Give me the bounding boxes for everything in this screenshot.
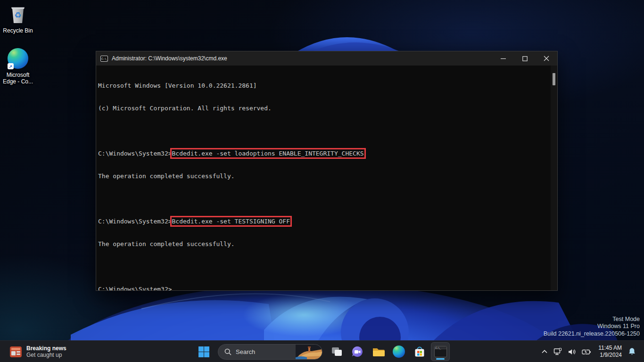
battery-charging-icon [582,349,591,355]
edge-icon [393,346,405,358]
prompt: C:\Windows\System32> [98,286,172,290]
highlighted-command-1: Bcdedit.exe -set loadoptions ENABLE_INTE… [172,150,364,157]
active-app-indicator [436,358,445,360]
task-view-icon [331,346,343,358]
close-button[interactable] [536,51,557,66]
maximize-icon [522,56,528,61]
maximize-button[interactable] [514,51,536,66]
terminal-line-prompt-current: C:\Windows\System32> [98,286,549,290]
network-icon [553,348,562,355]
notifications-button[interactable] [626,342,638,361]
svg-text:♻: ♻ [14,10,21,20]
chevron-up-icon [541,349,548,354]
terminal-line-copyright: (c) Microsoft Corporation. All rights re… [98,105,549,112]
search-daily-image[interactable] [296,345,322,359]
prompt: C:\Windows\System32> [98,150,172,157]
minimize-icon [501,56,506,61]
microsoft-store-button[interactable] [410,342,429,361]
terminal-output[interactable]: Microsoft Windows [Version 10.0.22621.28… [96,66,557,290]
scrollbar-thumb[interactable] [553,73,555,85]
desktop-icon-label: Microsoft Edge - Co... [0,72,36,85]
cmd-app-icon: C:\_ [100,56,108,62]
taskbar: Breaking news Get caught up Search [0,340,644,362]
prompt: C:\Windows\System32> [98,218,172,225]
widget-headline: Breaking news [26,345,66,352]
edge-icon: ↗ [7,48,29,70]
chat-video-icon [351,346,363,358]
tray-date: 1/9/2024 [598,352,622,359]
terminal-scrollbar[interactable] [551,66,557,290]
terminal-line-command-2: C:\Windows\System32>Bcdedit.exe -set TES… [98,218,549,225]
hidden-icons-chevron[interactable] [539,342,550,361]
search-placeholder: Search [236,348,296,355]
recycle-bin-icon: ♻ [7,4,29,25]
command-prompt-icon: C:\_ [434,346,447,357]
news-widget-icon [9,346,22,358]
network-button[interactable] [551,342,564,361]
windows-logo-icon [198,346,210,358]
edge-button[interactable] [389,342,408,361]
cmd-titlebar[interactable]: C:\_ Administrator: C:\Windows\system32\… [96,51,557,66]
file-explorer-button[interactable] [369,342,388,361]
watermark-line-1: Test Mode [544,316,640,323]
clock[interactable]: 11:45 AM 1/9/2024 [594,345,625,359]
chat-button[interactable] [348,342,367,361]
close-icon [544,56,549,61]
notification-bell-icon [628,347,636,356]
window-title: Administrator: C:\Windows\system32\cmd.e… [112,55,492,62]
cmd-window: C:\_ Administrator: C:\Windows\system32\… [96,51,558,291]
command-prompt-button-active[interactable]: C:\_ [431,342,450,361]
highlighted-command-2: Bcdedit.exe -set TESTSIGNING OFF [172,218,290,225]
desktop-icon-microsoft-edge[interactable]: ↗ Microsoft Edge - Co... [0,48,36,85]
terminal-line-version: Microsoft Windows [Version 10.0.22621.28… [98,82,549,90]
terminal-line-result-2: The operation completed successfully. [98,240,549,248]
speaker-icon [568,348,576,355]
start-button[interactable] [194,342,213,361]
desktop-icon-recycle-bin[interactable]: ♻ Recycle Bin [0,4,36,34]
test-mode-watermark: Test Mode Windows 11 Pro Build 22621.ni_… [544,316,640,338]
search-box[interactable]: Search [218,344,322,360]
terminal-cursor [172,287,176,290]
minimize-button[interactable] [492,51,514,66]
widget-subtitle: Get caught up [26,352,66,358]
volume-button[interactable] [565,342,578,361]
store-icon [413,346,426,358]
terminal-line-command-1: C:\Windows\System32>Bcdedit.exe -set loa… [98,150,549,157]
terminal-line-result-1: The operation completed successfully. [98,173,549,180]
shortcut-arrow-icon: ↗ [8,63,14,69]
task-view-button[interactable] [327,342,346,361]
desktop-icon-label: Recycle Bin [0,27,36,34]
battery-button[interactable] [579,342,594,361]
widgets-button[interactable]: Breaking news Get caught up [5,342,71,361]
tray-time: 11:45 AM [598,345,622,352]
watermark-line-3: Build 22621.ni_release.220506-1250 [544,330,640,338]
file-explorer-icon [372,346,385,358]
search-icon [224,348,231,355]
watermark-line-2: Windows 11 Pro [544,323,640,330]
